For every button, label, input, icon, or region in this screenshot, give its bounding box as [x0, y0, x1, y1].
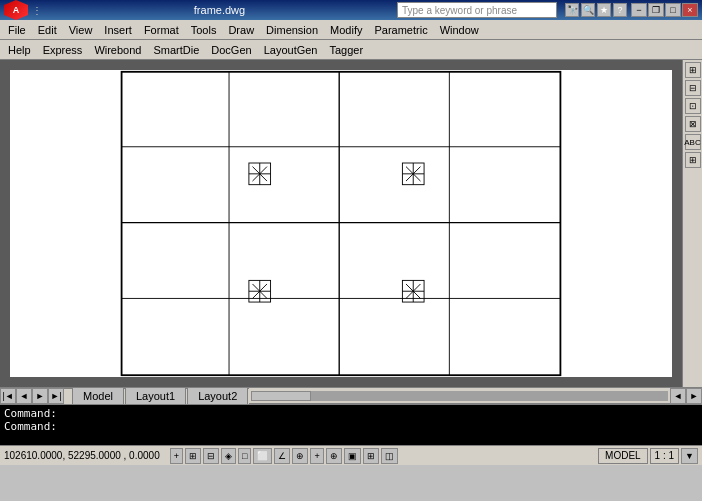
toolbar-layoutgen[interactable]: LayoutGen: [258, 40, 324, 59]
command-line-1: Command:: [4, 407, 698, 420]
tab-layout1[interactable]: Layout1: [125, 387, 186, 404]
command-area: Command: Command:: [0, 403, 702, 445]
app-logo: A: [4, 0, 28, 20]
canvas-area[interactable]: [0, 60, 682, 387]
menu-format[interactable]: Format: [138, 20, 185, 39]
tabs: Model Layout1 Layout2: [64, 388, 249, 404]
scroll-h-left-btn[interactable]: ◄: [670, 388, 686, 404]
toolbar-tagger[interactable]: Tagger: [323, 40, 369, 59]
scroll-right-btn[interactable]: ►: [32, 388, 48, 404]
help-icon[interactable]: ?: [613, 3, 627, 17]
search-icons: 🔭 🔍 ★ ?: [565, 3, 627, 17]
status-btn-otrack[interactable]: ⬜: [253, 448, 272, 464]
status-btn-osnap[interactable]: □: [238, 448, 251, 464]
status-btn-cross[interactable]: +: [170, 448, 183, 464]
status-btn-zoom-arrow[interactable]: ▼: [681, 448, 698, 464]
menubar: File Edit View Insert Format Tools Draw …: [0, 20, 702, 40]
titlebar: A ⋮ frame.dwg Type a keyword or phrase 🔭…: [0, 0, 702, 20]
menu-view[interactable]: View: [63, 20, 99, 39]
search-bar[interactable]: Type a keyword or phrase: [397, 2, 557, 18]
restore-button[interactable]: ❐: [648, 3, 664, 17]
star-icon[interactable]: ★: [597, 3, 611, 17]
toolbar2: Help Express Wirebond SmartDie DocGen La…: [0, 40, 702, 60]
toolbar-help[interactable]: Help: [2, 40, 37, 59]
status-btn-polar[interactable]: ◈: [221, 448, 236, 464]
status-btn-tp[interactable]: +: [310, 448, 323, 464]
title-left: A ⋮: [4, 0, 42, 20]
status-btn-angle[interactable]: ∠: [274, 448, 290, 464]
main-area: ⊞ ⊟ ⊡ ⊠ ABC ⊞: [0, 60, 702, 387]
scroll-left-most-btn[interactable]: |◄: [0, 388, 16, 404]
status-btn-grid[interactable]: ⊞: [185, 448, 201, 464]
toolbar-wirebond[interactable]: Wirebond: [88, 40, 147, 59]
title-right: Type a keyword or phrase 🔭 🔍 ★ ? − ❐ □ ×: [397, 2, 698, 18]
search-placeholder: Type a keyword or phrase: [402, 5, 517, 16]
statusbar: 102610.0000, 52295.0000 , 0.0000 + ⊞ ⊟ ◈…: [0, 445, 702, 465]
right-panel: ⊞ ⊟ ⊡ ⊠ ABC ⊞: [682, 60, 702, 387]
model-label[interactable]: MODEL: [598, 448, 648, 464]
command-line-2: Command:: [4, 420, 698, 433]
hscrollbar: |◄ ◄ ► ►| Model Layout1 Layout2 ◄ ►: [0, 387, 702, 403]
menu-insert[interactable]: Insert: [98, 20, 138, 39]
svg-rect-0: [122, 72, 561, 375]
scroll-right-most-btn[interactable]: ►|: [48, 388, 64, 404]
search-icon[interactable]: 🔍: [581, 3, 595, 17]
menu-dimension[interactable]: Dimension: [260, 20, 324, 39]
drawing-canvas: [10, 70, 672, 377]
scroll-h-right-btn[interactable]: ►: [686, 388, 702, 404]
status-btn-ts[interactable]: ◫: [381, 448, 398, 464]
quick-access-dots[interactable]: ⋮: [32, 5, 42, 16]
panel-btn-5[interactable]: ABC: [685, 134, 701, 150]
menu-tools[interactable]: Tools: [185, 20, 223, 39]
menu-parametric[interactable]: Parametric: [368, 20, 433, 39]
status-btn-snap[interactable]: ⊟: [203, 448, 219, 464]
frame-drawing: [10, 70, 672, 377]
hscroll-thumb[interactable]: [251, 391, 311, 401]
status-btn-qp[interactable]: ⊕: [326, 448, 342, 464]
menu-draw[interactable]: Draw: [222, 20, 260, 39]
menu-modify[interactable]: Modify: [324, 20, 368, 39]
window-title: frame.dwg: [42, 4, 397, 16]
close-button[interactable]: ×: [682, 3, 698, 17]
maximize-button[interactable]: □: [665, 3, 681, 17]
toolbar-docgen[interactable]: DocGen: [205, 40, 257, 59]
menu-edit[interactable]: Edit: [32, 20, 63, 39]
menu-file[interactable]: File: [2, 20, 32, 39]
zoom-label[interactable]: 1 : 1: [650, 448, 679, 464]
tab-layout2[interactable]: Layout2: [187, 387, 248, 404]
panel-btn-1[interactable]: ⊞: [685, 62, 701, 78]
toolbar-express[interactable]: Express: [37, 40, 89, 59]
toolbar-smartdie[interactable]: SmartDie: [147, 40, 205, 59]
hscroll-track[interactable]: [251, 391, 668, 401]
binoculars-icon[interactable]: 🔭: [565, 3, 579, 17]
coordinates-display: 102610.0000, 52295.0000 , 0.0000: [4, 450, 160, 461]
minimize-button[interactable]: −: [631, 3, 647, 17]
tab-model[interactable]: Model: [72, 387, 124, 404]
status-btn-aw[interactable]: ⊞: [363, 448, 379, 464]
scroll-left-btn[interactable]: ◄: [16, 388, 32, 404]
panel-btn-4[interactable]: ⊠: [685, 116, 701, 132]
window-controls: − ❐ □ ×: [631, 3, 698, 17]
menu-window[interactable]: Window: [434, 20, 485, 39]
status-btn-sc[interactable]: ▣: [344, 448, 361, 464]
panel-btn-2[interactable]: ⊟: [685, 80, 701, 96]
panel-btn-6[interactable]: ⊞: [685, 152, 701, 168]
status-btn-lineweight[interactable]: ⊕: [292, 448, 308, 464]
panel-btn-3[interactable]: ⊡: [685, 98, 701, 114]
